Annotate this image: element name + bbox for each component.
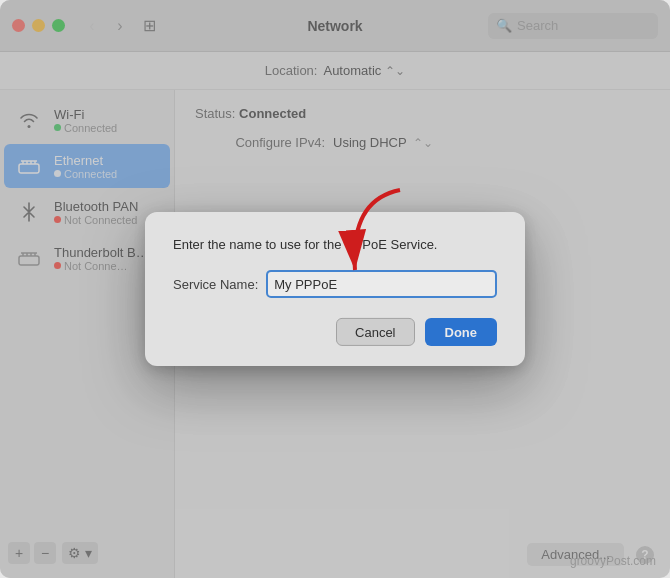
cancel-button[interactable]: Cancel [336,318,414,346]
dialog-field-row: Service Name: [173,270,497,298]
service-name-input[interactable] [266,270,497,298]
done-button[interactable]: Done [425,318,498,346]
dialog-message: Enter the name to use for the PPPoE Serv… [173,236,497,254]
dialog-buttons: Cancel Done [173,318,497,346]
dialog: Enter the name to use for the PPPoE Serv… [145,212,525,366]
dialog-service-name-label: Service Name: [173,277,258,292]
main-window: ‹ › ⊞ Network 🔍 Search Location: Automat… [0,0,670,578]
